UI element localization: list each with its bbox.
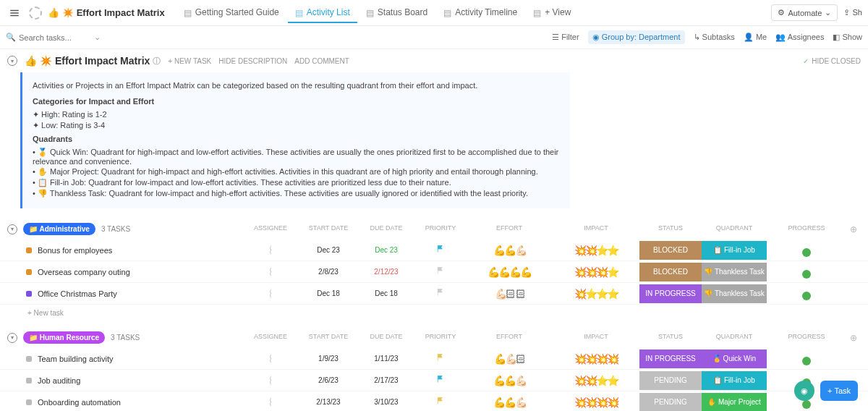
collapse-toggle[interactable]: ▾ <box>7 56 17 66</box>
show-button[interactable]: ◧ Show <box>833 33 862 42</box>
impact-rating[interactable]: 💥💥💥💥 <box>553 397 639 408</box>
effort-rating[interactable]: 💪🏻🏻🏻 <box>466 288 553 300</box>
task-name[interactable]: Overseas company outing <box>38 268 130 276</box>
task-row[interactable]: Overseas company outing2/8/232/12/23💪💪💪💪… <box>0 261 868 283</box>
new-task-link[interactable]: + NEW TASK <box>168 57 211 65</box>
loading-icon <box>29 7 42 20</box>
effort-rating[interactable]: 💪💪💪💪 <box>466 266 553 278</box>
menu-toggle[interactable] <box>6 4 23 22</box>
group-pill[interactable]: 📁 Administrative <box>23 223 95 235</box>
status-pill[interactable]: PENDING <box>639 371 702 390</box>
record-button[interactable]: ◉ <box>794 381 814 401</box>
desc-q2: • ✋ Major Project: Quadrant for high-imp… <box>33 167 560 177</box>
assignee-avatar[interactable] <box>270 397 271 407</box>
priority-flag[interactable] <box>415 288 466 299</box>
tab-getting-started-guide[interactable]: ▤Getting Started Guide <box>176 3 286 23</box>
me-button[interactable]: 👤 Me <box>744 33 767 42</box>
effort-rating[interactable]: 💪💪💪🏻 <box>466 245 553 256</box>
task-row[interactable]: Team building activity1/9/231/11/23💪💪🏻🏻💥… <box>0 348 868 370</box>
task-row[interactable]: Office Christmas PartyDec 18Dec 18💪🏻🏻🏻💥⭐… <box>0 283 868 305</box>
group-by-chip[interactable]: ◉ Group by: Department <box>588 30 685 44</box>
tab-activity-list[interactable]: ▤Activity List <box>288 3 357 23</box>
task-name[interactable]: Team building activity <box>38 355 114 363</box>
priority-flag[interactable] <box>415 375 466 386</box>
task-row[interactable]: Bonus for employeesDec 23Dec 23💪💪💪🏻💥💥⭐⭐B… <box>0 240 868 261</box>
status-pill[interactable]: BLOCKED <box>639 241 702 260</box>
quadrant-pill[interactable]: 👎 Thankless Task <box>702 284 767 303</box>
start-date: 2/13/23 <box>299 398 357 406</box>
assignee-avatar[interactable] <box>270 245 271 255</box>
status-pill[interactable]: IN PROGRESS <box>639 349 702 368</box>
task-count: 3 TASKS <box>101 225 130 233</box>
automate-button[interactable]: ⚙ Automate ⌄ <box>771 4 838 21</box>
assignees-button[interactable]: 👥 Assignees <box>775 33 824 42</box>
quadrant-pill[interactable]: 👎 Thankless Task <box>702 263 767 281</box>
col-quadrant: QUADRANT <box>702 224 767 234</box>
quadrant-pill[interactable]: 📋 Fill-in Job <box>702 241 767 260</box>
chevron-down-icon[interactable]: ⌄ <box>94 33 101 42</box>
search-icon: 🔍 <box>6 33 16 42</box>
quadrant-pill[interactable]: 🥇 Quick Win <box>702 349 767 368</box>
filter-button[interactable]: ☰ Filter <box>552 33 579 42</box>
priority-flag[interactable] <box>415 266 466 277</box>
col-progress: PROGRESS <box>767 224 846 234</box>
status-pill[interactable]: IN PROGRESS <box>639 284 702 303</box>
title-text: Effort Impact Matrix <box>77 7 165 18</box>
add-comment[interactable]: ADD COMMENT <box>294 57 349 65</box>
description-panel: Activities or Projects in an Effort Impa… <box>20 72 570 208</box>
task-row[interactable]: Onboarding automation2/13/233/10/23💪💪💪🏻💥… <box>0 391 868 411</box>
tab-status-board[interactable]: ▤Status Board <box>359 3 435 23</box>
group-toggle[interactable]: ▾ <box>7 333 17 343</box>
effort-rating[interactable]: 💪💪💪🏻 <box>466 375 553 386</box>
col-due date: DUE DATE <box>357 333 415 343</box>
info-icon[interactable]: ⓘ <box>153 56 161 67</box>
desc-cat-head: Categories for Impact and Effort <box>33 97 560 106</box>
priority-flag[interactable] <box>415 397 466 407</box>
col-start date: START DATE <box>299 333 357 343</box>
add-column[interactable]: ⊕ <box>846 333 861 343</box>
priority-flag[interactable] <box>415 245 466 255</box>
task-row[interactable]: Job auditing2/6/232/17/23💪💪💪🏻💥💥⭐⭐PENDING… <box>0 370 868 391</box>
col-assignee: ASSIGNEE <box>242 333 299 343</box>
quadrant-pill[interactable]: ✋ Major Project <box>702 393 767 412</box>
group-pill[interactable]: 📁 Human Resource <box>23 331 105 344</box>
create-task-button[interactable]: + Task <box>820 381 858 401</box>
start-date: 2/6/23 <box>299 376 357 384</box>
impact-rating[interactable]: 💥💥⭐⭐ <box>553 375 639 386</box>
tab-activity-timeline[interactable]: ▤Activity Timeline <box>436 3 524 23</box>
task-name[interactable]: Bonus for employees <box>38 246 112 255</box>
tab--view[interactable]: ▤+ View <box>526 3 578 23</box>
start-date: 2/8/23 <box>299 268 357 276</box>
col-quadrant: QUADRANT <box>702 333 767 343</box>
assignee-avatar[interactable] <box>270 376 271 385</box>
hide-closed[interactable]: ✓ HIDE CLOSED <box>803 57 861 65</box>
task-name[interactable]: Office Christmas Party <box>38 289 117 298</box>
effort-rating[interactable]: 💪💪💪🏻 <box>466 397 553 408</box>
status-pill[interactable]: PENDING <box>639 393 702 412</box>
assignee-avatar[interactable] <box>270 267 271 276</box>
col-assignee: ASSIGNEE <box>242 224 299 234</box>
impact-rating[interactable]: 💥💥💥💥 <box>553 353 639 365</box>
impact-rating[interactable]: 💥💥⭐⭐ <box>553 245 639 256</box>
impact-rating[interactable]: 💥💥💥⭐ <box>553 266 639 278</box>
hide-description[interactable]: HIDE DESCRIPTION <box>218 57 287 65</box>
task-name[interactable]: Job auditing <box>38 376 80 385</box>
search-box[interactable]: 🔍 ⌄ <box>6 33 107 42</box>
assignee-avatar[interactable] <box>270 354 271 363</box>
new-task-row[interactable]: + New task <box>0 305 868 321</box>
search-input[interactable] <box>19 33 91 42</box>
quadrant-pill[interactable]: 📋 Fill-in Job <box>702 371 767 390</box>
priority-flag[interactable] <box>415 353 466 364</box>
subtasks-button[interactable]: ↳ Subtasks <box>694 33 735 42</box>
group-toggle[interactable]: ▾ <box>7 224 17 234</box>
due-date: Dec 18 <box>357 289 415 297</box>
share-button[interactable]: ⇪ Sh <box>843 8 862 17</box>
page-title: 👍 ✴️ Effort Impact Matrix <box>29 7 165 20</box>
tab-icon: ▤ <box>443 8 452 17</box>
effort-rating[interactable]: 💪💪🏻🏻 <box>466 353 553 365</box>
add-column[interactable]: ⊕ <box>846 224 861 234</box>
assignee-avatar[interactable] <box>270 289 271 298</box>
status-pill[interactable]: BLOCKED <box>639 263 702 281</box>
impact-rating[interactable]: 💥⭐⭐⭐ <box>553 288 639 300</box>
task-name[interactable]: Onboarding automation <box>38 398 121 407</box>
